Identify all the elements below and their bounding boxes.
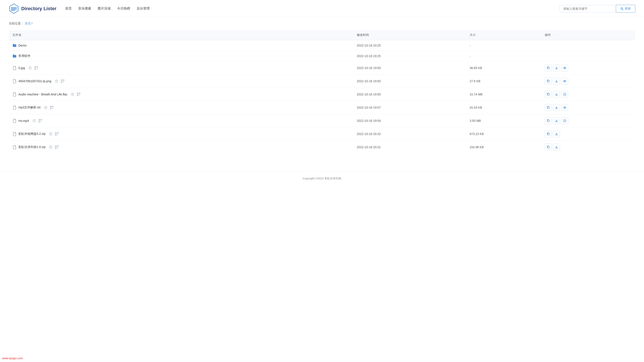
file-time-7: 2022-10-18 20:32 [353,127,466,141]
file-link-2[interactable]: 0.jpg [18,66,25,70]
file-icon [12,105,17,110]
copy-button-8[interactable] [545,144,552,151]
file-name-wrapper-2: 0.jpg [12,66,350,70]
svg-rect-72 [53,109,53,109]
search-button[interactable]: 搜索 [616,5,635,12]
copy-button-4[interactable] [545,91,552,98]
file-name-wrapper-1: 常用软件 [12,54,350,58]
breadcrumb-home-link[interactable]: 首页 [25,22,31,25]
svg-rect-68 [51,108,51,109]
download-button-8[interactable] [553,144,560,151]
file-link-3[interactable]: 45047061007431-lp.png [18,79,51,83]
nav-music[interactable]: 音乐搜索 [78,6,91,10]
logo-link[interactable]: Directory Lister [9,3,56,14]
svg-rect-53 [79,95,80,96]
actions-wrapper-3 [545,78,632,85]
table-row: Audio machine - Breath And Life.flac2022… [9,88,635,101]
table-row: mp3文件解析.txt2022-10-18 19:5720.33 KB [9,101,635,114]
svg-rect-37 [548,80,549,82]
qr-icon-5[interactable] [50,106,54,109]
file-time-4: 2022-10-18 19:50 [353,88,466,101]
qr-icon-8[interactable] [55,145,58,149]
info-icon-5[interactable] [44,106,48,109]
col-header-size: 大小 [466,30,541,40]
qr-icon-2[interactable] [34,66,38,70]
actions-wrapper-2 [545,64,632,71]
file-link-1[interactable]: 常用软件 [18,54,30,58]
svg-rect-105 [57,134,58,135]
file-icon [12,92,17,97]
svg-marker-59 [564,94,565,95]
table-row: 45047061007431-lp.png2022-10-18 19:5027.… [9,75,635,88]
svg-rect-49 [80,93,80,94]
download-button-6[interactable] [553,117,560,124]
table-body: Demo2022-10-18 20:25-常用软件2022-10-18 20:2… [9,40,635,154]
svg-rect-71 [52,109,53,109]
preview-button-3[interactable] [561,78,568,85]
file-name-wrapper-3: 45047061007431-lp.png [12,79,350,83]
file-link-7[interactable]: 彩虹外链网盘5.2.zip [18,132,46,136]
svg-rect-14 [35,69,36,69]
copy-button-3[interactable] [545,78,552,85]
nav-admin[interactable]: 后台管理 [137,6,150,10]
qr-icon-3[interactable] [61,79,64,83]
copy-button-6[interactable] [545,117,552,124]
qr-icon-7[interactable] [55,132,58,136]
nav-home[interactable]: 首页 [65,6,72,10]
info-icon-8[interactable] [49,145,52,149]
search-icon [620,7,624,10]
info-icon-3[interactable] [55,79,58,83]
file-link-6[interactable]: mv.mp4 [18,119,29,123]
file-actions-6 [541,114,635,127]
info-icon-6[interactable] [32,119,36,123]
svg-point-76 [564,107,566,108]
svg-rect-104 [56,135,56,135]
file-icon [12,119,17,123]
file-time-6: 2022-10-18 19:54 [353,114,466,127]
download-button-3[interactable] [553,78,560,85]
info-icon-4[interactable] [71,93,74,96]
qr-icon-4[interactable] [77,93,80,96]
table-header: 文件名 修改时间 大小 操作 [9,30,635,40]
svg-rect-85 [41,120,42,120]
preview-button-5[interactable] [561,104,568,111]
search-area: 搜索 [560,5,635,12]
nav-hot[interactable]: 今日热榜 [117,6,130,10]
file-link-0[interactable]: Demo [18,44,26,47]
copy-button-2[interactable] [545,64,552,71]
play-button-6[interactable] [561,117,568,124]
file-link-5[interactable]: mp3文件解析.txt [18,106,40,110]
svg-point-62 [46,107,46,107]
actions-wrapper-4 [545,91,632,98]
qr-icon-6[interactable] [38,119,42,123]
svg-rect-73 [548,107,549,109]
search-input[interactable] [560,5,616,12]
nav-image[interactable]: 图片压缩 [98,6,111,10]
download-button-5[interactable] [553,104,560,111]
table-row: 0.jpg2022-10-18 19:5036.85 KB [9,61,635,75]
file-link-8[interactable]: 彩虹目录列表1.0.zip [18,145,46,149]
svg-rect-118 [56,146,56,147]
info-icon-2[interactable] [28,66,32,70]
preview-button-2[interactable] [561,64,568,71]
svg-point-41 [564,81,565,82]
download-button-2[interactable] [553,64,560,71]
table-row: Demo2022-10-18 20:25- [9,40,635,51]
table-row: mv.mp42022-10-18 19:543.93 MB [9,114,635,127]
breadcrumb-prefix: 当前位置： [9,22,24,25]
svg-rect-34 [64,82,64,82]
svg-rect-51 [79,95,80,95]
svg-rect-15 [36,68,37,69]
file-link-4[interactable]: Audio machine - Breath And Life.flac [18,93,67,96]
svg-rect-86 [39,122,40,122]
file-time-2: 2022-10-18 19:50 [353,61,466,75]
play-button-4[interactable] [561,91,568,98]
table-row: 常用软件2022-10-18 20:25- [9,51,635,61]
col-header-name: 文件名 [9,30,354,40]
header: Directory Lister 首页 音乐搜索 图片压缩 今日热榜 后台管理 … [0,0,644,17]
download-button-7[interactable] [553,131,560,137]
copy-button-5[interactable] [545,104,552,111]
copy-button-7[interactable] [545,131,552,137]
info-icon-7[interactable] [49,132,52,136]
download-button-4[interactable] [553,91,560,98]
